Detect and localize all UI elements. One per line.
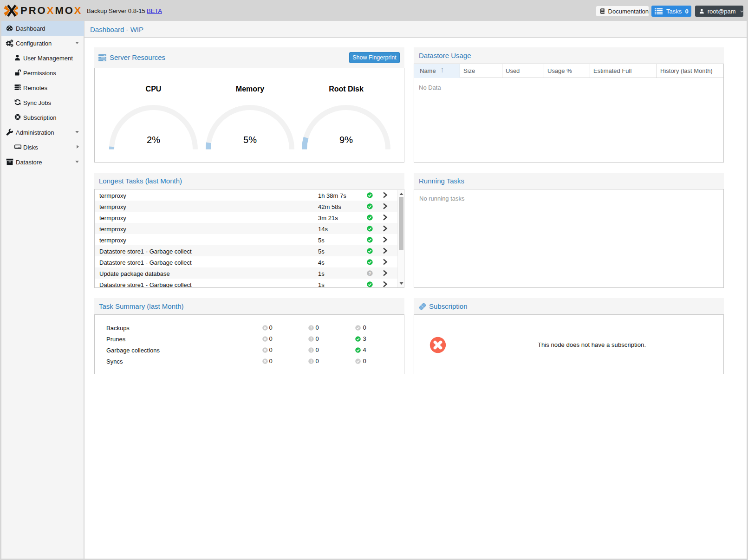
svg-text:?: ? bbox=[368, 271, 371, 275]
